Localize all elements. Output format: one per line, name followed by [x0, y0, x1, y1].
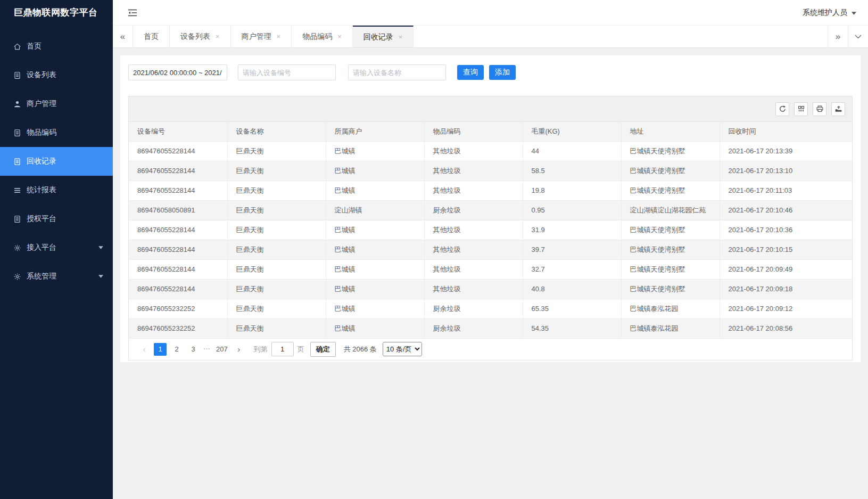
- prev-page-button[interactable]: ‹: [138, 345, 150, 354]
- table-cell: 869476055228144: [129, 181, 227, 200]
- table-cell: 869476055228144: [129, 220, 227, 240]
- tab-recycle-records[interactable]: 回收记录×: [353, 26, 414, 47]
- tab-label: 回收记录: [363, 32, 393, 42]
- sidebar-item-item-code[interactable]: 物品编码: [0, 118, 113, 147]
- page-ellipsis: …: [203, 343, 211, 356]
- sidebar-collapse-button[interactable]: [128, 9, 137, 17]
- sidebar-item-recycle-records[interactable]: 回收记录: [0, 147, 113, 176]
- close-icon[interactable]: ×: [277, 32, 281, 40]
- page-number-button[interactable]: 2: [170, 343, 183, 356]
- tab-home[interactable]: 首页: [133, 26, 170, 47]
- goto-page-input[interactable]: [271, 342, 294, 356]
- device-id-input[interactable]: [238, 64, 336, 80]
- table-row[interactable]: 869476055228144巨鼎天衡巴城镇其他垃圾58.5巴城镇天使湾别墅20…: [129, 161, 852, 181]
- search-button[interactable]: 查询: [457, 65, 484, 80]
- table-cell: 巨鼎天衡: [227, 200, 326, 220]
- table-row[interactable]: 869476055228144巨鼎天衡巴城镇其他垃圾40.8巴城镇天使湾别墅20…: [129, 279, 852, 299]
- tab-list: 首页设备列表×商户管理×物品编码×回收记录×: [133, 26, 414, 47]
- sidebar-item-merchant-mgmt[interactable]: 商户管理: [0, 89, 113, 118]
- app-title: 巨鼎物联网数字平台: [0, 0, 113, 26]
- tab-item-code[interactable]: 物品编码×: [292, 26, 353, 47]
- device-name-input[interactable]: [348, 64, 446, 80]
- tab-device-list[interactable]: 设备列表×: [170, 26, 231, 47]
- tabs-scroll-right-button[interactable]: »: [828, 26, 848, 47]
- filter-bar: 查询 添加: [128, 64, 853, 80]
- table-cell: 厨余垃圾: [424, 318, 523, 338]
- tab-label: 商户管理: [242, 32, 271, 42]
- user-menu[interactable]: 系统维护人员: [803, 8, 856, 18]
- sidebar-item-label: 回收记录: [27, 157, 103, 166]
- table-cell: 869476055232252: [129, 299, 227, 318]
- sidebar-item-access-platform[interactable]: 接入平台: [0, 233, 113, 262]
- caret-down-icon: [98, 275, 103, 278]
- tab-bar: « 首页设备列表×商户管理×物品编码×回收记录× »: [113, 26, 868, 48]
- topbar: 系统维护人员: [113, 0, 868, 26]
- table-row[interactable]: 869476055232252巨鼎天衡巴城镇厨余垃圾65.35巴城镇泰泓花园20…: [129, 299, 852, 318]
- table-cell: 869476055232252: [129, 318, 227, 338]
- table-cell: 54.35: [523, 318, 621, 338]
- content-area: 查询 添加 设备编号设备名称所属商户物品编码毛重(KG)地址回收时间 86947…: [113, 48, 868, 499]
- page-number-button[interactable]: 3: [187, 343, 200, 356]
- tab-label: 首页: [144, 32, 159, 42]
- sidebar-item-stats-report[interactable]: 统计报表: [0, 176, 113, 204]
- sidebar-item-auth-platform[interactable]: 授权平台: [0, 204, 113, 233]
- columns-button[interactable]: [794, 102, 808, 116]
- tabs-scroll-left-button[interactable]: «: [113, 26, 133, 47]
- date-range-input[interactable]: [128, 64, 227, 80]
- table-cell: 巴城镇泰泓花园: [621, 318, 720, 338]
- records-table: 设备编号设备名称所属商户物品编码毛重(KG)地址回收时间 86947605522…: [129, 122, 852, 339]
- table-row[interactable]: 869476055228144巨鼎天衡巴城镇其他垃圾39.7巴城镇天使湾别墅20…: [129, 240, 852, 259]
- sidebar-item-device-list[interactable]: 设备列表: [0, 61, 113, 89]
- next-page-button[interactable]: ›: [233, 345, 245, 354]
- refresh-button[interactable]: [775, 102, 789, 116]
- table-cell: 2021-06-17 20:11:03: [720, 181, 852, 200]
- table-cell: 2021-06-17 20:10:46: [720, 200, 852, 220]
- column-header: 物品编码: [424, 122, 523, 141]
- table-cell: 其他垃圾: [424, 240, 523, 259]
- column-header: 设备编号: [129, 122, 227, 141]
- table-cell: 869476055228144: [129, 240, 227, 259]
- column-header: 地址: [621, 122, 720, 141]
- table-cell: 巴城镇: [326, 220, 424, 240]
- table-cell: 其他垃圾: [424, 161, 523, 181]
- export-button[interactable]: [831, 102, 845, 116]
- table-row[interactable]: 869476058050891巨鼎天衡淀山湖镇厨余垃圾0.95淀山湖镇淀山湖花园…: [129, 200, 852, 220]
- goto-confirm-button[interactable]: 确定: [310, 342, 336, 357]
- page-number-button[interactable]: 1: [154, 343, 167, 356]
- table-cell: 40.8: [523, 279, 621, 299]
- printer-icon: [816, 105, 824, 113]
- table-cell: 巴城镇: [326, 299, 424, 318]
- gear-icon: [13, 272, 21, 281]
- table-row[interactable]: 869476055228144巨鼎天衡巴城镇其他垃圾44巴城镇天使湾别墅2021…: [129, 141, 852, 161]
- close-icon[interactable]: ×: [399, 33, 403, 41]
- table-cell: 其他垃圾: [424, 141, 523, 161]
- sidebar-item-system-mgmt[interactable]: 系统管理: [0, 262, 113, 291]
- page-size-select[interactable]: 10 条/页: [383, 342, 422, 356]
- tab-label: 物品编码: [302, 32, 332, 42]
- tabs-menu-button[interactable]: [848, 26, 868, 47]
- table-row[interactable]: 869476055228144巨鼎天衡巴城镇其他垃圾32.7巴城镇天使湾别墅20…: [129, 259, 852, 279]
- table-row[interactable]: 869476055228144巨鼎天衡巴城镇其他垃圾19.8巴城镇天使湾别墅20…: [129, 181, 852, 200]
- close-icon[interactable]: ×: [337, 32, 342, 40]
- table-cell: 巴城镇: [326, 318, 424, 338]
- caret-down-icon: [852, 12, 856, 15]
- close-icon[interactable]: ×: [216, 32, 220, 40]
- table-cell: 巴城镇天使湾别墅: [621, 141, 720, 161]
- table-cell: 32.7: [523, 259, 621, 279]
- printer-button[interactable]: [813, 102, 826, 116]
- page-number-button[interactable]: 207: [214, 343, 229, 356]
- page-unit-label: 页: [297, 345, 304, 354]
- table-cell: 巴城镇: [326, 161, 424, 181]
- sidebar-item-home[interactable]: 首页: [0, 32, 113, 61]
- column-header: 回收时间: [720, 122, 852, 141]
- table-cell: 巴城镇: [326, 279, 424, 299]
- column-header: 所属商户: [326, 122, 424, 141]
- table-row[interactable]: 869476055228144巨鼎天衡巴城镇其他垃圾31.9巴城镇天使湾别墅20…: [129, 220, 852, 240]
- sidebar-item-label: 统计报表: [27, 185, 103, 195]
- tab-merchant-mgmt[interactable]: 商户管理×: [231, 26, 292, 47]
- add-button[interactable]: 添加: [489, 65, 516, 80]
- table-row[interactable]: 869476055232252巨鼎天衡巴城镇厨余垃圾54.35巴城镇泰泓花园20…: [129, 318, 852, 338]
- table-cell: 2021-06-17 20:09:18: [720, 279, 852, 299]
- sidebar-item-label: 物品编码: [27, 128, 103, 137]
- sidebar-item-label: 商户管理: [27, 99, 103, 109]
